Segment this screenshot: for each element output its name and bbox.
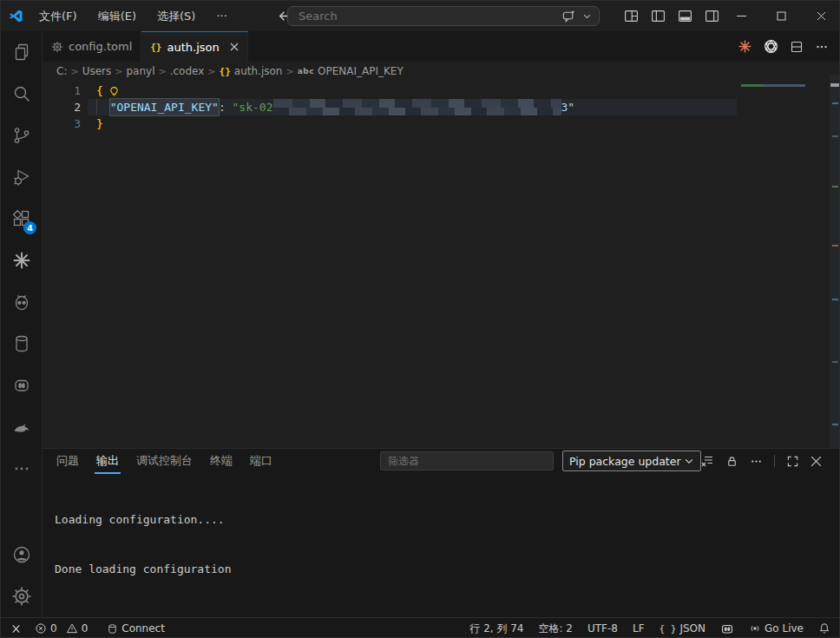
customize-layout-icon[interactable] <box>624 9 639 23</box>
colon-token: : <box>219 99 233 115</box>
robot-extension-icon[interactable] <box>1 365 42 406</box>
lock-scroll-icon[interactable] <box>725 455 738 468</box>
database-extension-icon[interactable] <box>1 323 42 365</box>
menu-file[interactable]: 文件(F) <box>30 5 86 28</box>
redacted-api-key-blur <box>273 99 561 115</box>
go-live-label: Go Live <box>765 622 804 635</box>
connect-status[interactable]: Connect <box>107 622 165 635</box>
symbol-string-icon: abc <box>298 67 314 76</box>
output-line: Loading configuration.... <box>55 511 840 528</box>
claude-extension-icon[interactable] <box>1 240 42 281</box>
code-line-1: 1 { <box>43 82 840 99</box>
panel-header: 问题 输出 调试控制台 终端 端口 Pip package updater <box>43 449 840 473</box>
status-bar: 0 0 Connect 行 2, 列 74 空格: 2 UTF-8 LF { }… <box>1 617 840 638</box>
breadcrumb-item-users[interactable]: Users <box>82 65 112 77</box>
vscode-window: 文件(F) 编辑(E) 选择(S) ··· <box>0 0 840 638</box>
tab-debug-console[interactable]: 调试控制台 <box>135 450 194 472</box>
close-panel-icon[interactable] <box>810 456 822 467</box>
close-window-button[interactable] <box>801 1 840 31</box>
line-number: 3 <box>43 115 81 132</box>
panel-actions <box>700 449 822 473</box>
indent-guide <box>96 99 97 115</box>
vscode-logo-icon <box>1 9 30 23</box>
language-mode-status[interactable]: { } JSON <box>660 622 705 635</box>
run-debug-icon[interactable] <box>1 156 42 198</box>
tab-output[interactable]: 输出 <box>95 450 121 472</box>
toggle-panel-icon[interactable] <box>678 9 692 23</box>
split-editor-icon[interactable] <box>790 40 804 54</box>
minimize-button[interactable] <box>721 1 761 31</box>
json-file-icon: {} <box>150 42 161 53</box>
chevron-right-icon: > <box>285 66 293 77</box>
menu-selection[interactable]: 选择(S) <box>148 5 204 28</box>
tab-terminal[interactable]: 终端 <box>208 450 234 472</box>
maximize-panel-icon[interactable] <box>786 455 799 468</box>
menu-more[interactable]: ··· <box>207 6 235 26</box>
source-control-icon[interactable] <box>1 115 42 156</box>
robot-status-icon[interactable] <box>720 622 734 635</box>
explorer-icon[interactable] <box>1 31 42 73</box>
code-line-2: 2 "OPENAI_API_KEY" : "sk-02 3" <box>43 99 840 115</box>
eol-status[interactable]: LF <box>633 622 645 635</box>
open-brace-token: { <box>96 82 103 99</box>
minimap[interactable] <box>741 84 805 87</box>
divider <box>774 455 775 467</box>
chevron-right-icon: > <box>207 66 215 77</box>
tab-problems[interactable]: 问题 <box>55 450 81 472</box>
titlebar: 文件(F) 编辑(E) 选择(S) ··· <box>1 1 840 31</box>
tab-ports[interactable]: 端口 <box>248 450 274 472</box>
cursor-position-status[interactable]: 行 2, 列 74 <box>469 622 523 636</box>
openai-action-icon[interactable] <box>764 39 778 54</box>
editor-scrollbar-thumb[interactable] <box>830 83 840 87</box>
chevron-down-icon[interactable] <box>582 11 592 21</box>
kangaroo-extension-icon[interactable] <box>1 406 42 448</box>
claude-action-icon[interactable] <box>738 39 752 54</box>
activity-bar: 4 <box>1 31 43 617</box>
filter-input[interactable] <box>388 455 546 467</box>
code-editor[interactable]: 1 { 2 "OPENAI_API_KEY" : "sk-02 3" 3 <box>43 81 840 448</box>
settings-gear-icon[interactable] <box>1 576 42 617</box>
breadcrumb-item-authjson[interactable]: auth.json <box>234 65 283 77</box>
more-extensions-icon[interactable] <box>1 448 42 490</box>
database-icon <box>107 623 118 635</box>
search-input[interactable] <box>299 10 562 23</box>
chevron-right-icon: > <box>70 66 78 77</box>
go-live-status[interactable]: Go Live <box>749 622 804 635</box>
encoding-status[interactable]: UTF-8 <box>587 622 618 635</box>
toggle-secondary-sidebar-icon[interactable] <box>705 9 719 23</box>
breadcrumb-item-symbol[interactable]: OPENAI_API_KEY <box>318 65 404 77</box>
output-line: Done loading configuration <box>55 561 840 577</box>
breadcrumb-item-drive[interactable]: C: <box>56 65 67 77</box>
output-log[interactable]: Loading configuration.... Done loading c… <box>43 473 840 610</box>
copilot-chat-icon[interactable] <box>562 10 575 23</box>
problems-status[interactable]: 0 0 <box>35 622 88 635</box>
clear-output-icon[interactable] <box>700 454 714 468</box>
search-icon[interactable] <box>1 73 42 115</box>
more-panel-actions-icon[interactable] <box>750 455 763 468</box>
api-key-value-end-token: 3" <box>561 99 575 115</box>
indentation-status[interactable]: 空格: 2 <box>539 622 574 636</box>
warning-count: 0 <box>82 622 89 635</box>
bottom-panel: 问题 输出 调试控制台 终端 端口 Pip package updater <box>43 448 840 617</box>
maximize-button[interactable] <box>761 1 801 31</box>
selected-channel: Pip package updater <box>569 455 681 468</box>
editor-actions <box>738 31 840 62</box>
menu-edit[interactable]: 编辑(E) <box>89 5 145 28</box>
output-filter[interactable] <box>380 451 554 470</box>
layout-controls <box>624 1 719 31</box>
broadcast-icon <box>749 622 761 635</box>
error-count: 0 <box>50 622 57 635</box>
output-channel-select[interactable]: Pip package updater <box>562 451 701 471</box>
alien-extension-icon[interactable] <box>1 281 42 323</box>
api-key-value-start-token: "sk-02 <box>233 99 273 115</box>
indent-token <box>96 99 110 115</box>
extensions-icon[interactable]: 4 <box>1 198 42 240</box>
remote-indicator-icon[interactable] <box>10 622 23 635</box>
toggle-primary-sidebar-icon[interactable] <box>651 9 666 23</box>
account-icon[interactable] <box>1 534 42 576</box>
close-tab-icon[interactable] <box>230 43 239 51</box>
more-actions-icon[interactable] <box>815 40 829 54</box>
command-center-search[interactable] <box>287 6 600 26</box>
notifications-bell-icon[interactable] <box>818 622 830 635</box>
extensions-badge: 4 <box>23 221 36 234</box>
